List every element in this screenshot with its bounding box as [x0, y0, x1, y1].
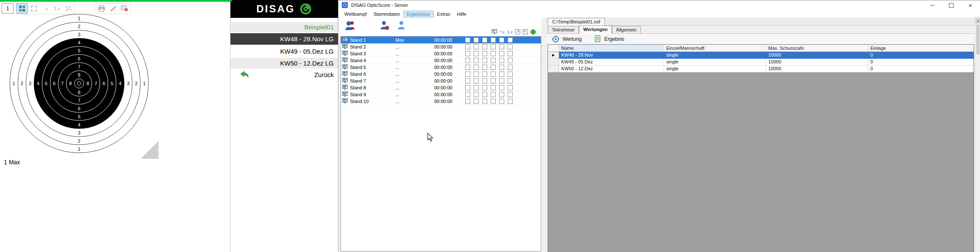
grid-header-max-schusszahl[interactable]: Max. Schusszahl — [766, 45, 868, 52]
stand-checkbox[interactable] — [465, 72, 470, 77]
grid-cell-einzel-mannschaft[interactable]: single — [664, 66, 766, 72]
grid-row[interactable]: KW49 - 05.Dezsingle100000 — [548, 59, 974, 66]
stand-checkbox[interactable] — [482, 99, 487, 104]
stand-checkbox[interactable] — [491, 37, 496, 43]
grid-cell-max-schusszahl[interactable]: 10000 — [766, 66, 868, 72]
stand-row[interactable]: Stand 5...00:00:00 — [341, 64, 541, 71]
stand-checkbox[interactable] — [465, 78, 470, 83]
stand-checkbox[interactable] — [491, 78, 496, 83]
monitor-icon-button[interactable] — [491, 29, 498, 35]
shooter-assign-button[interactable] — [378, 19, 390, 31]
grid-cell-einzel-mannschaft[interactable]: single — [664, 52, 766, 59]
stand-checkbox[interactable] — [491, 92, 496, 97]
stand-checkbox[interactable] — [482, 92, 487, 97]
stand-checkbox[interactable] — [474, 51, 479, 56]
stand-checkbox[interactable] — [508, 65, 513, 70]
scrollbar-thumb[interactable] — [976, 25, 980, 54]
close-button[interactable]: × — [961, 0, 980, 10]
stand-checkbox[interactable] — [499, 37, 504, 43]
stand-checkbox[interactable] — [474, 92, 479, 97]
stand-checkbox[interactable] — [465, 51, 470, 56]
sidebar-item-zurueck[interactable]: Zurück — [230, 69, 338, 80]
stand-checkbox[interactable] — [508, 85, 513, 90]
user-button[interactable] — [395, 19, 407, 31]
menu-ergebnisse[interactable]: Ergebnisse — [403, 11, 434, 17]
edit-tool-button[interactable] — [108, 4, 118, 13]
menu-hilfe[interactable]: Hilfe — [454, 11, 470, 17]
stand-checkbox[interactable] — [499, 85, 504, 90]
stand-checkbox[interactable] — [499, 44, 504, 49]
stand-checkbox[interactable] — [474, 37, 479, 43]
stand-checkbox[interactable] — [474, 65, 479, 70]
row-selector[interactable] — [548, 66, 559, 72]
stand-checkbox[interactable] — [465, 92, 470, 97]
stand-checkbox[interactable] — [474, 72, 479, 77]
maximize-button[interactable] — [942, 0, 961, 10]
stand-row[interactable]: Stand 7...00:00:00 — [341, 77, 541, 84]
stand-checkbox[interactable] — [499, 99, 504, 104]
stand-checkbox[interactable] — [491, 99, 496, 104]
pane-splitter[interactable] — [541, 17, 547, 252]
menu-stammdaten[interactable]: Stammdaten — [370, 11, 403, 17]
row-selector[interactable] — [548, 59, 559, 66]
target-resize-grip[interactable] — [141, 141, 159, 159]
stand-checkbox[interactable] — [482, 37, 487, 43]
minimize-button[interactable] — [923, 0, 942, 10]
sidebar-item-kw48[interactable]: KW48 - 28.Nov LG — [230, 33, 338, 45]
dot-x-button[interactable]: ·,x — [40, 4, 51, 13]
sidebar-item-beispiel01[interactable]: Beispiel01 — [230, 22, 338, 32]
stand-row[interactable]: Stand 8...00:00:00 — [341, 84, 541, 91]
grid-cell-max-schusszahl[interactable]: 10000 — [766, 52, 868, 59]
stand-checkbox[interactable] — [465, 65, 470, 70]
grid-header-einzel-mannschaft[interactable]: Einzel/Mannschaft — [664, 45, 766, 52]
stand-checkbox[interactable] — [465, 85, 470, 90]
wertung-button[interactable]: Wertung — [552, 35, 582, 43]
grid-cell-max-schusszahl[interactable]: 10000 — [766, 59, 868, 66]
clear-target-button[interactable] — [119, 4, 130, 13]
stand-row[interactable]: Stand 10...00:00:00 — [341, 98, 541, 105]
grid-header-einlage[interactable]: Einlage — [868, 45, 974, 52]
sidebar-item-kw50[interactable]: KW50 - 12.Dez LG — [230, 58, 338, 69]
stand-checkbox[interactable] — [474, 78, 479, 83]
stand-checkbox[interactable] — [491, 85, 496, 90]
stand-checkbox[interactable] — [499, 92, 504, 97]
grid-cell-name[interactable]: KW49 - 05.Dez — [559, 59, 664, 66]
row-selector[interactable]: ▶ — [548, 52, 559, 59]
stand-checkbox[interactable] — [499, 78, 504, 83]
sidebar-item-kw49[interactable]: KW49 - 05.Dez LG — [230, 46, 338, 57]
grid-row[interactable]: ▶KW48 - 28.Novsingle100000 — [548, 52, 974, 59]
stand-row[interactable]: Stand 2...00:00:00 — [341, 43, 541, 50]
shot-group-button[interactable] — [63, 4, 74, 13]
window-box-button[interactable] — [522, 29, 528, 35]
stand-checkbox[interactable] — [482, 65, 487, 70]
stand-checkbox[interactable] — [465, 99, 470, 104]
stand-checkbox[interactable] — [491, 65, 496, 70]
stand-checkbox[interactable] — [491, 58, 496, 63]
stand-checkbox[interactable] — [482, 58, 487, 63]
stand-checkbox[interactable] — [508, 72, 513, 77]
tab-allgemein[interactable]: Allgemein — [612, 26, 641, 34]
sigma-x-button[interactable]: Σ,x — [52, 4, 62, 13]
menu-wettkampf[interactable]: Wettkampf — [341, 11, 370, 17]
stand-checkbox[interactable] — [474, 44, 479, 49]
stand-checkbox[interactable] — [482, 78, 487, 83]
stand-checkbox[interactable] — [465, 44, 470, 49]
stand-checkbox[interactable] — [508, 51, 513, 56]
stand-row[interactable]: Stand 1Max00:00:00 — [341, 37, 541, 43]
stand-checkbox[interactable] — [499, 58, 504, 63]
stand-row[interactable]: Stand 6...00:00:00 — [341, 71, 541, 77]
stand-checkbox[interactable] — [474, 85, 479, 90]
stand-row[interactable]: Stand 9...00:00:00 — [341, 91, 541, 98]
target-count-spinner[interactable]: 1 — [2, 3, 14, 14]
stand-checkbox[interactable] — [508, 78, 513, 83]
expand-box-button[interactable] — [514, 29, 521, 35]
grid-cell-einzel-mannschaft[interactable]: single — [664, 59, 766, 66]
menu-extras[interactable]: Extras — [434, 11, 454, 17]
stand-checkbox[interactable] — [482, 85, 487, 90]
stand-checkbox[interactable] — [474, 58, 479, 63]
stand-checkbox[interactable] — [482, 51, 487, 56]
stand-checkbox[interactable] — [499, 72, 504, 77]
file-tab[interactable]: C:\Temp\Beispiel01.osf — [548, 18, 605, 26]
vertical-scrollbar[interactable]: ▲ — [975, 17, 980, 252]
grid-cell-einlage[interactable]: 0 — [868, 52, 974, 59]
